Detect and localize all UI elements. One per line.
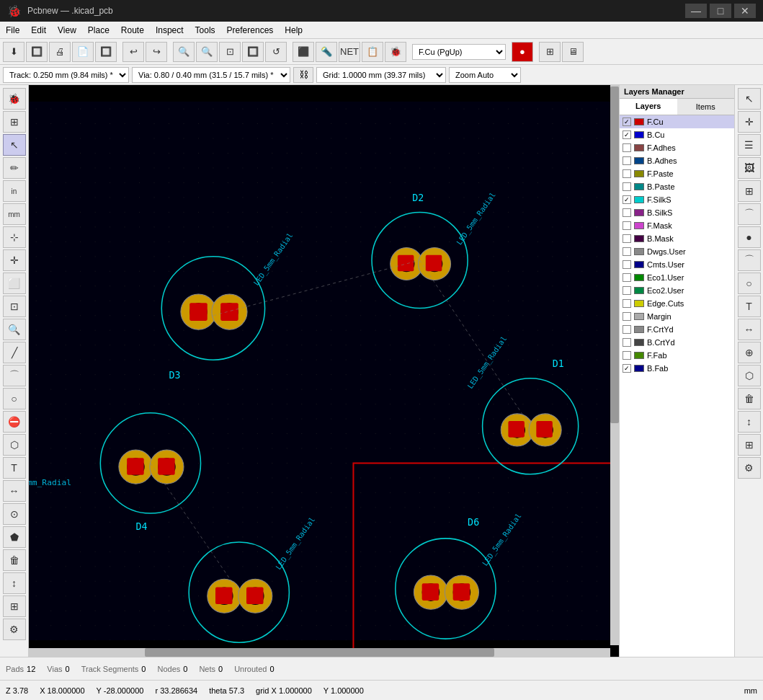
zoom-out-btn[interactable]: 🔍	[196, 42, 218, 62]
rt-arc-btn[interactable]: ⌒	[738, 249, 761, 271]
via-select[interactable]: Via: 0.80 / 0.40 mm (31.5 / 15.7 mils) *	[132, 67, 290, 83]
rt-grid2-btn[interactable]: ⊞	[738, 180, 761, 202]
netpad-btn[interactable]: ⬛	[293, 42, 314, 62]
footprint-btn[interactable]: ⬜	[3, 273, 26, 294]
zoom-select[interactable]: Zoom Auto	[449, 67, 521, 83]
layer-checkbox[interactable]	[623, 234, 631, 243]
rt-text-btn[interactable]: T	[738, 296, 761, 317]
draw-arc-btn[interactable]: ⌒	[3, 365, 26, 386]
layer-checkbox[interactable]	[623, 260, 631, 269]
rt-via2-btn[interactable]: ⊞	[738, 434, 761, 456]
layer-item-eco1-user[interactable]: Eco1.User	[620, 271, 734, 284]
horizontal-scrollbar[interactable]	[29, 648, 610, 657]
layer-checkbox[interactable]	[623, 273, 631, 282]
zoom-in-btn[interactable]: 🔍	[173, 42, 195, 62]
rt-dim-btn[interactable]: ↔	[738, 319, 761, 340]
layer-checkbox[interactable]	[623, 156, 631, 165]
layer-checkbox[interactable]	[623, 247, 631, 256]
tune-btn[interactable]: ↕	[3, 572, 26, 594]
layer-checkbox[interactable]	[623, 182, 631, 191]
rt-move-btn[interactable]: ☰	[738, 134, 761, 156]
layer-checkbox[interactable]	[623, 221, 631, 230]
fill-zone-btn[interactable]: ⬟	[3, 526, 26, 548]
fab-btn[interactable]: 🔲	[95, 42, 117, 62]
layer-checkbox[interactable]: ✓	[623, 130, 631, 139]
layer-item-b-cu[interactable]: ✓B.Cu	[620, 128, 734, 141]
layer-checkbox[interactable]	[623, 208, 631, 217]
rt-settings-btn[interactable]: ↕	[738, 411, 761, 433]
menu-inspect[interactable]: Inspect	[150, 24, 189, 37]
draw-polygon-btn[interactable]: ⬡	[3, 434, 26, 456]
layer-item-f-mask[interactable]: F.Mask	[620, 219, 734, 232]
layer-item-margin[interactable]: Margin	[620, 310, 734, 323]
grid-select[interactable]: Grid: 1.0000 mm (39.37 mils)	[316, 67, 446, 83]
layer-item-b-adhes[interactable]: B.Adhes	[620, 154, 734, 167]
dimension-btn[interactable]: ↔	[3, 480, 26, 502]
minimize-button[interactable]: —	[685, 4, 707, 18]
layer-item-f-adhes[interactable]: F.Adhes	[620, 141, 734, 154]
layer-item-b-silks[interactable]: B.SilkS	[620, 206, 734, 219]
net-inspector-btn[interactable]: NET	[339, 42, 360, 62]
ruler-btn[interactable]: in	[3, 180, 26, 202]
add-via-btn[interactable]: ⊙	[3, 503, 26, 525]
layer-checkbox[interactable]	[623, 143, 631, 152]
redo-btn[interactable]: ↪	[146, 42, 167, 62]
add-pad-btn[interactable]: ⊡	[3, 296, 26, 317]
layer-item-b-paste[interactable]: B.Paste	[620, 180, 734, 193]
layer-checkbox[interactable]	[623, 286, 631, 295]
layer-checkbox[interactable]: ✓	[623, 364, 631, 373]
menu-preferences[interactable]: Preferences	[221, 24, 280, 37]
unit-btn[interactable]: mm	[3, 203, 26, 225]
refresh-btn[interactable]: ↺	[265, 42, 287, 62]
layer-item-f-silks[interactable]: ✓F.SilkS	[620, 193, 734, 206]
highlight-btn[interactable]: 🔦	[316, 42, 337, 62]
grid-btn[interactable]: ⊹	[3, 226, 26, 248]
layer-item-dwgs-user[interactable]: Dwgs.User	[620, 245, 734, 258]
netlist-btn[interactable]: ⬇	[3, 42, 24, 62]
print-btn[interactable]: 🖨	[49, 42, 71, 62]
plot-btn[interactable]: 📄	[72, 42, 94, 62]
layer-checkbox[interactable]	[623, 325, 631, 334]
close-button[interactable]: ✕	[734, 4, 756, 18]
canvas-area[interactable]: D3 LED_5mm_Radial D2 LED_5mm_Radial	[29, 85, 619, 657]
layer-item-cmts-user[interactable]: Cmts.User	[620, 258, 734, 271]
layer-checkbox[interactable]	[623, 299, 631, 308]
draw-circle-btn[interactable]: ○	[3, 388, 26, 409]
draw-rect-btn[interactable]: ⛔	[3, 411, 26, 433]
select-btn[interactable]: ↖	[3, 134, 26, 156]
board-setup-btn[interactable]: 📋	[362, 42, 383, 62]
rt-add-btn[interactable]: ✛	[738, 111, 761, 133]
drc2-btn[interactable]: 🐞	[385, 42, 406, 62]
layer-item-b-fab[interactable]: ✓B.Fab	[620, 362, 734, 375]
layer-item-f-fab[interactable]: F.Fab	[620, 349, 734, 362]
layer-checkbox[interactable]	[623, 169, 631, 178]
zoom-area-btn[interactable]: 🔲	[242, 42, 264, 62]
layer-item-f-crtyd[interactable]: F.CrtYd	[620, 323, 734, 336]
layer-select[interactable]: F.Cu (PgUp)	[412, 44, 506, 60]
rt-target-btn[interactable]: ⊕	[738, 342, 761, 363]
layer-checkbox[interactable]	[623, 351, 631, 360]
rt-polygon-btn[interactable]: ⬡	[738, 365, 761, 386]
layer-checkbox[interactable]: ✓	[623, 118, 631, 126]
via-grid-btn[interactable]: ⊞	[3, 595, 26, 617]
layer-item-f-cu[interactable]: ✓F.Cu	[620, 115, 734, 128]
layer-item-eco2-user[interactable]: Eco2.User	[620, 284, 734, 297]
menu-tools[interactable]: Tools	[189, 24, 221, 37]
layer-item-f-paste[interactable]: F.Paste	[620, 167, 734, 180]
3d-btn[interactable]: 🖥	[562, 42, 584, 62]
bug-icon-btn[interactable]: 🐞	[3, 88, 26, 110]
layer-checkbox[interactable]	[623, 338, 631, 347]
menu-edit[interactable]: Edit	[25, 24, 52, 37]
tab-layers[interactable]: Layers	[620, 99, 677, 115]
layer-item-edge-cuts[interactable]: Edge.Cuts	[620, 297, 734, 310]
layer-highlight-btn[interactable]: ●	[512, 42, 533, 62]
rt-custom2-btn[interactable]: ⚙	[738, 457, 761, 479]
layer-item-b-mask[interactable]: B.Mask	[620, 232, 734, 245]
layer-item-b-crtyd[interactable]: B.CrtYd	[620, 336, 734, 349]
rt-curve-btn[interactable]: ⌒	[738, 203, 761, 225]
draw-line-btn[interactable]: ╱	[3, 342, 26, 363]
local-route-btn[interactable]: ✏	[3, 157, 26, 179]
rt-dot-btn[interactable]: ●	[738, 226, 761, 248]
delete-btn[interactable]: 🗑	[3, 549, 26, 571]
menu-file[interactable]: File	[0, 24, 25, 37]
